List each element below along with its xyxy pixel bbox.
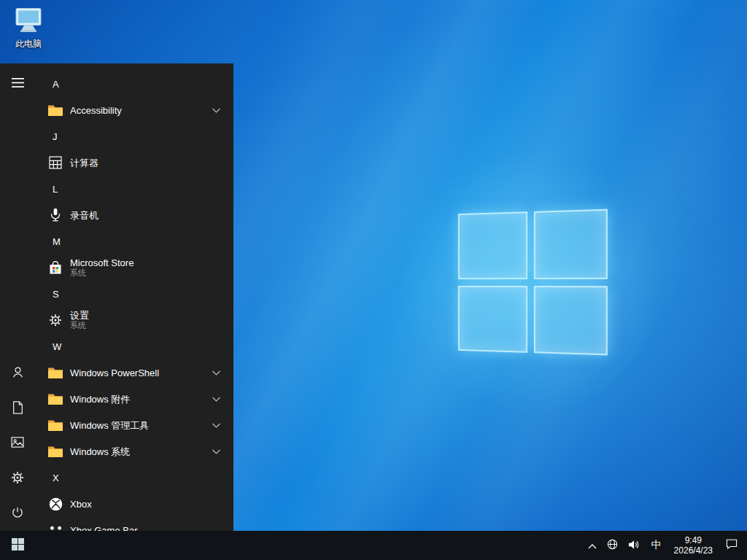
app-index-letter[interactable]: A [35, 71, 233, 97]
desktop: 此电脑 AAccessibilityJ计算器L录音机MMicrosoft Sto… [0, 0, 747, 560]
store-icon [42, 256, 69, 279]
calculator-icon [42, 151, 69, 174]
xbox-gamebar-icon [42, 518, 69, 531]
chevron-down-icon [212, 423, 220, 428]
app-index-letter[interactable]: L [35, 176, 233, 202]
logo-pane-bottom-right [533, 286, 607, 356]
clock-time: 9:49 [685, 535, 702, 545]
action-center-icon [726, 539, 738, 552]
power-button[interactable] [0, 496, 35, 531]
app-label: Windows 管理工具 [70, 420, 149, 431]
ime-indicator-button[interactable]: 中 [645, 531, 668, 560]
system-tray: 中 9:49 2026/4/23 [583, 531, 747, 560]
start-menu-folder[interactable]: Windows PowerShell [35, 359, 233, 386]
folder-icon [42, 361, 69, 384]
start-menu-folder[interactable]: Windows 系统 [35, 438, 233, 464]
start-menu-folder[interactable]: Accessibility [35, 97, 233, 123]
app-label: Xbox Game Bar [70, 525, 138, 532]
chevron-down-icon [212, 397, 220, 402]
volume-tray-button[interactable] [623, 531, 645, 560]
start-menu-app[interactable]: 录音机 [35, 202, 233, 228]
show-hidden-icons-button[interactable] [583, 531, 602, 560]
logo-pane-bottom-left [458, 285, 527, 353]
start-menu-app[interactable]: Xbox [35, 491, 233, 517]
document-icon [12, 401, 23, 416]
app-label: Accessibility [70, 105, 122, 116]
clock-button[interactable]: 9:49 2026/4/23 [668, 531, 719, 560]
taskbar: 中 9:49 2026/4/23 [0, 531, 747, 560]
speaker-icon [628, 540, 640, 552]
app-label: Windows 附件 [70, 394, 130, 405]
app-sublabel: 系统 [70, 321, 89, 330]
action-center-button[interactable] [719, 531, 747, 560]
globe-icon [607, 539, 618, 552]
app-index-letter[interactable]: X [35, 464, 233, 491]
start-menu-app[interactable]: 计算器 [35, 149, 233, 176]
picture-icon [11, 437, 24, 450]
rail-spacer [0, 101, 35, 356]
computer-monitor-icon [13, 23, 44, 36]
app-index-letter[interactable]: W [35, 333, 233, 359]
start-menu-app-list: AAccessibilityJ计算器L录音机MMicrosoft Store系统… [35, 63, 233, 531]
documents-button[interactable] [0, 391, 35, 426]
pictures-button[interactable] [0, 426, 35, 461]
chevron-down-icon [212, 449, 220, 454]
chevron-down-icon [212, 370, 220, 376]
hamburger-icon [12, 78, 24, 90]
start-menu-folder[interactable]: Windows 管理工具 [35, 412, 233, 438]
app-index-letter[interactable]: J [35, 123, 233, 149]
app-label: Microsoft Store [70, 257, 133, 268]
xbox-icon [42, 492, 69, 516]
folder-icon [42, 440, 69, 463]
app-label: Windows PowerShell [70, 368, 159, 378]
app-index-letter[interactable]: M [35, 228, 233, 254]
start-menu-folder[interactable]: Windows 附件 [35, 386, 233, 412]
chevron-up-icon [588, 540, 597, 551]
app-label: 录音机 [70, 210, 98, 221]
microphone-icon [42, 203, 69, 227]
ime-indicator: 中 [651, 539, 662, 552]
account-button[interactable] [0, 356, 35, 391]
expand-menu-button[interactable] [0, 66, 35, 101]
app-sublabel: 系统 [70, 268, 133, 278]
folder-icon [42, 98, 69, 122]
logo-pane-top-right [533, 209, 607, 279]
start-menu-rail [0, 63, 35, 531]
desktop-icon-this-pc[interactable]: 此电脑 [6, 7, 51, 50]
start-menu: AAccessibilityJ计算器L录音机MMicrosoft Store系统… [0, 63, 233, 531]
app-label: 计算器 [70, 158, 98, 168]
user-icon [11, 365, 25, 381]
gear-icon [42, 308, 69, 332]
gear-icon [11, 471, 24, 486]
app-label: Xbox [70, 499, 92, 510]
start-menu-app[interactable]: 设置系统 [35, 307, 233, 333]
app-label: Windows 系统 [70, 446, 130, 457]
chevron-down-icon [212, 108, 220, 113]
windows-logo-icon [12, 538, 24, 553]
settings-button[interactable] [0, 461, 35, 496]
power-icon [11, 506, 24, 521]
network-tray-button[interactable] [602, 531, 623, 560]
start-button[interactable] [0, 531, 35, 560]
wallpaper-windows-logo [445, 203, 616, 362]
folder-icon [42, 413, 69, 437]
clock-date: 2026/4/23 [674, 545, 713, 556]
folder-icon [42, 387, 69, 411]
desktop-icon-label: 此电脑 [6, 38, 51, 50]
app-label: 设置 [70, 310, 89, 321]
logo-pane-top-left [458, 211, 527, 279]
start-menu-app[interactable]: Microsoft Store系统 [35, 254, 233, 281]
app-index-letter[interactable]: S [35, 281, 233, 307]
start-menu-app[interactable]: Xbox Game Bar [35, 517, 233, 531]
